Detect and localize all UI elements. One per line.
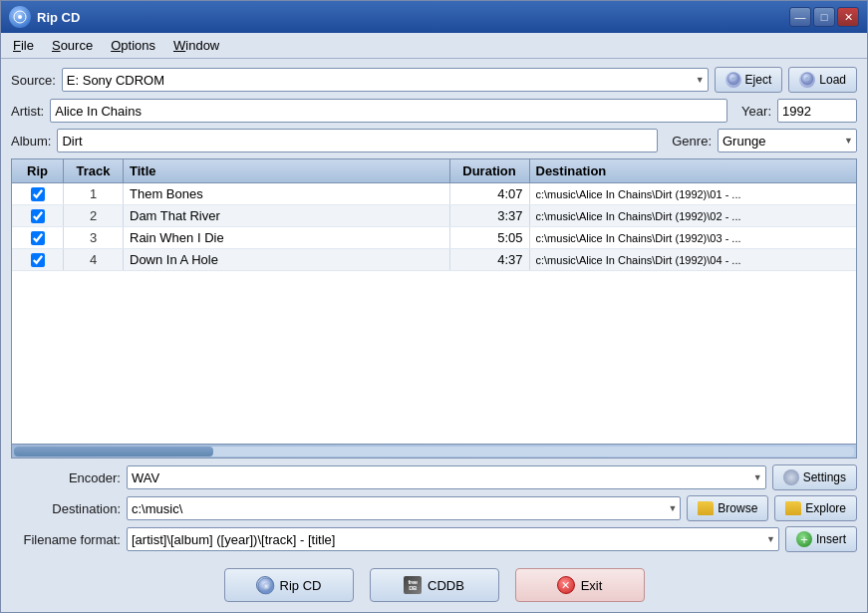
album-genre-row: Album: Dirt Genre: Grunge Rock Alternati… (11, 129, 857, 153)
encoder-dropdown[interactable]: WAV MP3 FLAC OGG (127, 465, 766, 489)
track-title-2: Dam That River (124, 205, 450, 226)
maximize-button[interactable]: □ (813, 7, 835, 27)
source-dropdown[interactable]: E: Sony CDROM D: CD Drive (62, 68, 709, 92)
rip-cd-button[interactable]: Rip CD (224, 568, 354, 602)
destination-row: Destination: c:\music\ Browse Explore (11, 495, 857, 521)
menu-source[interactable]: Source (44, 35, 101, 56)
rip-cd-icon (256, 576, 274, 594)
track-duration-2: 3:37 (450, 205, 530, 226)
year-input[interactable]: 1992 (777, 99, 857, 123)
menu-bar: File Source Options Window (1, 33, 867, 59)
header-track: Track (64, 159, 124, 182)
track-dest-2: c:\music\Alice In Chains\Dirt (1992)\02 … (530, 205, 857, 226)
rip-cell-1[interactable] (12, 183, 64, 204)
insert-icon: + (796, 531, 812, 547)
year-label: Year: (741, 104, 771, 119)
genre-label: Genre: (672, 134, 712, 149)
content-area: Source: E: Sony CDROM D: CD Drive Eject (1, 59, 867, 560)
cddb-button[interactable]: freeDB CDDB (370, 568, 499, 602)
album-label: Album: (11, 134, 51, 149)
genre-dropdown[interactable]: Grunge Rock Alternative Metal (718, 129, 857, 153)
rip-checkbox-2[interactable] (31, 209, 45, 223)
settings-label: Settings (803, 470, 846, 484)
filename-format-dropdown[interactable]: [artist]\[album] ([year])\[track] - [tit… (127, 527, 779, 551)
rip-cd-label: Rip CD (280, 578, 322, 593)
destination-dropdown[interactable]: c:\music\ (127, 496, 681, 520)
svg-point-1 (18, 15, 22, 19)
encoder-row: Encoder: WAV MP3 FLAC OGG Settings (11, 464, 857, 490)
eject-label: Eject (745, 73, 772, 87)
window-title: Rip CD (37, 10, 783, 25)
filename-format-row: Filename format: [artist]\[album] ([year… (11, 526, 857, 552)
source-label: Source: (11, 73, 56, 88)
exit-icon: ✕ (557, 576, 575, 594)
track-dest-4: c:\music\Alice In Chains\Dirt (1992)\04 … (530, 249, 857, 270)
scrollbar-thumb[interactable] (14, 447, 213, 457)
track-title-4: Down In A Hole (124, 249, 450, 270)
track-num-1: 1 (64, 183, 124, 204)
album-input[interactable]: Dirt (57, 129, 658, 153)
source-select-wrapper: E: Sony CDROM D: CD Drive (62, 68, 709, 92)
close-button[interactable]: ✕ (837, 7, 859, 27)
rip-cell-3[interactable] (12, 227, 64, 248)
track-duration-3: 5:05 (450, 227, 530, 248)
table-row: 2 Dam That River 3:37 c:\music\Alice In … (12, 205, 856, 227)
filename-format-select-wrapper: [artist]\[album] ([year])\[track] - [tit… (127, 527, 779, 551)
menu-options[interactable]: Options (103, 35, 163, 56)
browse-icon (698, 501, 714, 515)
minimize-button[interactable]: — (789, 7, 811, 27)
exit-button[interactable]: ✕ Exit (515, 568, 645, 602)
menu-window[interactable]: Window (165, 35, 227, 56)
load-icon (799, 72, 815, 88)
title-bar: Rip CD — □ ✕ (1, 1, 867, 33)
rip-checkbox-3[interactable] (31, 231, 45, 245)
artist-input[interactable]: Alice In Chains (50, 99, 727, 123)
eject-icon (725, 72, 741, 88)
cddb-icon: freeDB (404, 576, 422, 594)
rip-cell-2[interactable] (12, 205, 64, 226)
header-destination: Destination (530, 159, 857, 182)
track-title-3: Rain When I Die (124, 227, 450, 248)
track-num-3: 3 (64, 227, 124, 248)
artist-year-row: Artist: Alice In Chains Year: 1992 (11, 99, 857, 123)
destination-select-wrapper: c:\music\ (127, 496, 681, 520)
track-dest-3: c:\music\Alice In Chains\Dirt (1992)\03 … (530, 227, 857, 248)
settings-icon (783, 469, 799, 485)
svg-point-5 (805, 77, 809, 81)
table-body: 1 Them Bones 4:07 c:\music\Alice In Chai… (12, 183, 856, 444)
track-table: Rip Track Title Duration Destination 1 T… (11, 158, 857, 459)
app-icon (9, 6, 31, 28)
horizontal-scrollbar[interactable] (12, 444, 856, 458)
explore-button[interactable]: Explore (774, 495, 857, 521)
svg-point-3 (731, 77, 735, 81)
track-num-4: 4 (64, 249, 124, 270)
exit-label: Exit (581, 578, 603, 593)
encoder-select-wrapper: WAV MP3 FLAC OGG (127, 465, 766, 489)
encoder-label: Encoder: (11, 470, 121, 485)
rip-checkbox-4[interactable] (31, 253, 45, 267)
main-window: Rip CD — □ ✕ File Source Options Window … (0, 0, 868, 613)
table-header: Rip Track Title Duration Destination (12, 159, 856, 183)
load-button[interactable]: Load (788, 67, 857, 93)
svg-point-8 (264, 585, 266, 587)
destination-label: Destination: (11, 501, 121, 516)
load-label: Load (819, 73, 846, 87)
insert-button[interactable]: + Insert (785, 526, 857, 552)
table-row: 4 Down In A Hole 4:37 c:\music\Alice In … (12, 249, 856, 271)
settings-button[interactable]: Settings (772, 464, 857, 490)
source-row: Source: E: Sony CDROM D: CD Drive Eject (11, 67, 857, 93)
browse-button[interactable]: Browse (687, 495, 768, 521)
header-title: Title (124, 159, 450, 182)
track-dest-1: c:\music\Alice In Chains\Dirt (1992)\01 … (530, 183, 857, 204)
menu-file[interactable]: File (5, 35, 42, 56)
table-row: 3 Rain When I Die 5:05 c:\music\Alice In… (12, 227, 856, 249)
explore-icon (785, 501, 801, 515)
rip-checkbox-1[interactable] (31, 187, 45, 201)
filename-format-label: Filename format: (11, 532, 121, 547)
window-controls: — □ ✕ (789, 7, 859, 27)
header-duration: Duration (450, 159, 530, 182)
track-title-1: Them Bones (124, 183, 450, 204)
insert-label: Insert (816, 532, 846, 546)
rip-cell-4[interactable] (12, 249, 64, 270)
eject-button[interactable]: Eject (715, 67, 783, 93)
